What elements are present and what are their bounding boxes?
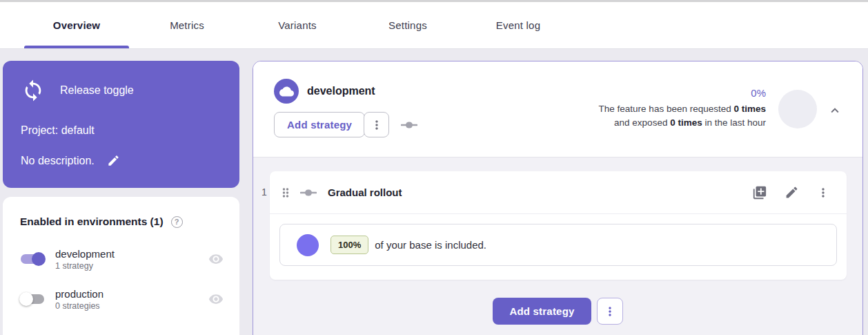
tab-event-log[interactable]: Event log [463,2,573,48]
environment-panel: development Add strategy 0% The feature … [253,61,863,335]
add-strategy-more-button[interactable] [597,298,623,325]
strategy-name: Gradual rollout [328,186,402,198]
eye-icon[interactable] [208,251,224,267]
production-toggle[interactable] [21,292,44,306]
eye-icon[interactable] [208,291,224,307]
metrics-line-1: The feature has been requested 0 times [599,102,766,116]
strategy-index: 1 [259,186,269,198]
help-icon[interactable]: ? [171,216,183,228]
environment-panel-header: development Add strategy 0% The feature … [253,61,862,157]
tab-settings[interactable]: Settings [353,2,463,48]
strategy-card-body: 100% of your base is included. [270,214,847,276]
environment-panel-title: development [307,85,375,97]
copy-strategy-icon[interactable] [752,185,767,200]
feature-toggle-page: Overview Metrics Variants Settings Event… [0,0,868,335]
strategy-card-header: Gradual rollout [270,171,847,214]
environment-name: production [55,288,103,300]
environment-strategy-count: 1 strategy [55,261,115,271]
rollout-summary-box: 100% of your base is included. [279,224,837,266]
metrics-line-2: and exposed 0 times in the last hour [599,116,766,130]
strategy-card: Gradual rollout [270,171,847,280]
environment-more-button[interactable] [364,112,389,137]
toggle-type-label: Release toggle [60,84,134,97]
tab-metrics[interactable]: Metrics [132,2,242,48]
edit-strategy-icon[interactable] [785,185,799,200]
metrics-percent: 0% [599,87,766,99]
environments-card: Enabled in environments (1) ? developmen… [3,197,239,335]
edit-description-icon[interactable] [107,154,120,167]
strategy-more-icon[interactable] [816,186,830,200]
rollout-percent-badge: 100% [331,236,368,254]
cloud-icon [274,79,299,104]
release-card-header: Release toggle [21,78,134,103]
add-strategy-button-header[interactable]: Add strategy [274,112,365,137]
strategies-footer: Add strategy [253,298,862,325]
rollout-circle [297,234,319,256]
project-label: Project: default [21,124,95,137]
strategies-section: 1 Gradual rollout [253,157,862,335]
rollout-description: of your base is included. [375,239,486,251]
environments-title: Enabled in environments (1) [20,216,164,228]
drag-indicator-icon[interactable] [279,186,293,200]
release-toggle-card: Release toggle Project: default No descr… [3,61,239,188]
environment-name: development [55,248,115,260]
environment-row-development: development 1 strategy [3,242,239,276]
tab-variants[interactable]: Variants [242,2,353,48]
segment-icon [300,189,317,197]
feature-tabbar: Overview Metrics Variants Settings Event… [0,2,868,48]
metrics-donut-chart [778,90,817,128]
development-toggle[interactable] [21,252,44,266]
tab-overview[interactable]: Overview [21,2,132,48]
segment-icon [401,121,417,129]
environment-strategy-count: 0 strategies [55,301,103,311]
loop-icon [21,78,46,103]
environment-row-production: production 0 strategies [3,283,239,316]
metrics-summary: 0% The feature has been requested 0 time… [599,87,766,130]
add-strategy-button-footer[interactable]: Add strategy [493,298,591,325]
collapse-environment-button[interactable] [824,99,846,122]
description-label: No description. [21,155,95,167]
